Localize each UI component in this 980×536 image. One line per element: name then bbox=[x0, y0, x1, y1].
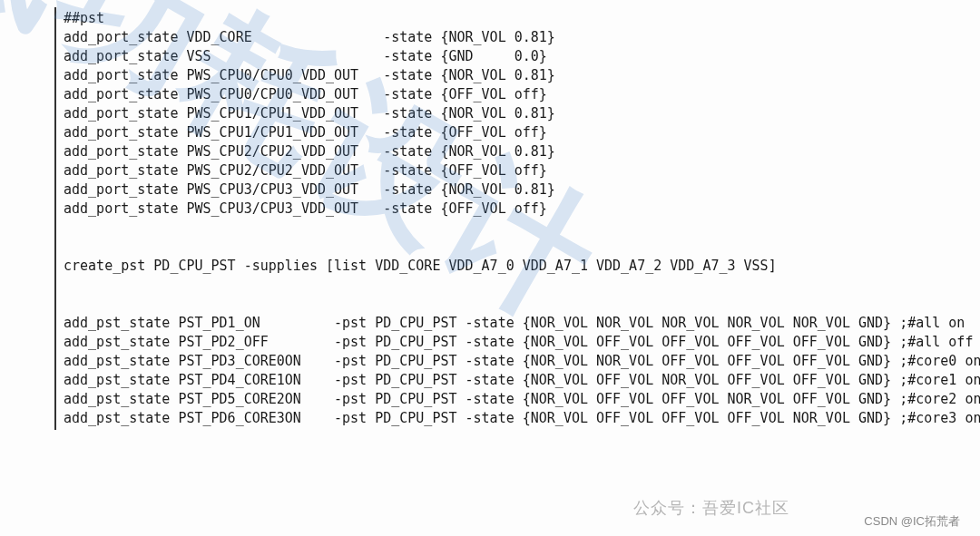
attribution-text: CSDN @IC拓荒者 bbox=[864, 512, 960, 531]
code-block: ##pst add_port_state VDD_CORE -state {NO… bbox=[54, 7, 980, 430]
page: 低功耗设计 ##pst add_port_state VDD_CORE -sta… bbox=[0, 0, 980, 536]
footer-watermark: 公众号：吾爱IC社区 bbox=[633, 499, 789, 518]
